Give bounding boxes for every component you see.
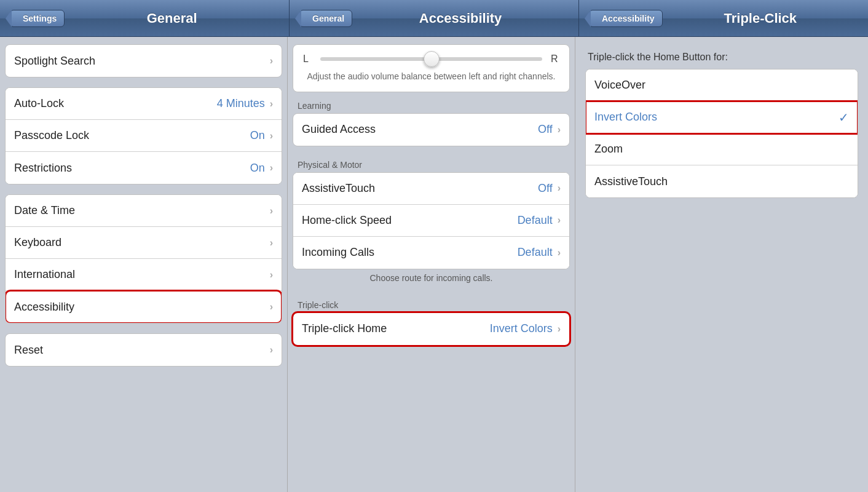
learning-list: Guided Access Off › (293, 113, 570, 146)
checkmark-icon: ✓ (838, 110, 849, 125)
audio-balance-track[interactable] (320, 57, 542, 61)
chevron-icon: › (270, 269, 273, 280)
zoom-option-row[interactable]: Zoom (586, 133, 858, 165)
misc-settings-group: Date & Time › Keyboard › International ›… (5, 194, 282, 323)
incoming-calls-note: Choose route for incoming calls. (293, 269, 570, 287)
header-panel-accessibility: General Accessibility (290, 0, 579, 36)
triple-click-title: Triple-Click (663, 10, 858, 26)
back-to-accessibility-button[interactable]: Accessibility (589, 10, 663, 27)
chevron-icon: › (270, 55, 273, 66)
triple-click-options-list: VoiceOver Invert Colors ✓ Zoom Assistive… (585, 69, 858, 198)
learning-header: Learning (293, 97, 570, 113)
chevron-icon: › (270, 98, 273, 109)
lock-settings-group: Auto-Lock 4 Minutes › Passcode Lock On ›… (5, 87, 282, 184)
invert-colors-option-row[interactable]: Invert Colors ✓ (586, 101, 858, 133)
triple-click-group: Triple-click Triple-click Home Invert Co… (293, 296, 570, 346)
header-panel-general: Settings General (0, 0, 290, 36)
chevron-icon: › (558, 323, 561, 335)
reset-settings-group: Reset › (5, 333, 282, 367)
incoming-calls-row[interactable]: Incoming Calls Default › (293, 237, 569, 269)
voiceover-option-row[interactable]: VoiceOver (586, 69, 858, 101)
restrictions-row[interactable]: Restrictions On › (6, 152, 282, 184)
international-row[interactable]: International › (6, 259, 282, 291)
slider-right-label: R (551, 54, 559, 65)
slider-left-label: L (303, 54, 312, 65)
header-panel-triple-click: Accessibility Triple-Click (579, 0, 868, 36)
slider-thumb[interactable] (424, 51, 440, 67)
chevron-icon: › (270, 344, 273, 355)
date-time-row[interactable]: Date & Time › (6, 195, 282, 227)
spotlight-search-row[interactable]: Spotlight Search › (6, 45, 282, 77)
misc-settings-list: Date & Time › Keyboard › International ›… (5, 194, 282, 323)
chevron-icon: › (270, 237, 273, 248)
left-panel: Spotlight Search › Auto-Lock 4 Minutes ›… (0, 37, 288, 492)
audio-balance-slider-row: L R (303, 54, 559, 65)
assistivetouch-option-row[interactable]: AssistiveTouch (586, 165, 858, 197)
triple-click-right-header: Triple-click the Home Button for: (585, 44, 858, 69)
back-to-general-button[interactable]: General (299, 10, 352, 27)
passcode-lock-row[interactable]: Passcode Lock On › (6, 120, 282, 152)
accessibility-title: Accessibility (352, 10, 569, 26)
chevron-icon: › (270, 205, 273, 216)
auto-lock-row[interactable]: Auto-Lock 4 Minutes › (6, 88, 282, 120)
triple-click-home-row[interactable]: Triple-click Home Invert Colors › (293, 313, 569, 345)
slider-description: Adjust the audio volume balance between … (303, 71, 559, 83)
chevron-icon: › (558, 247, 561, 258)
guided-access-row[interactable]: Guided Access Off › (293, 114, 569, 146)
middle-panel: L R Adjust the audio volume balance betw… (288, 37, 575, 492)
general-title: General (65, 10, 279, 26)
lock-settings-list: Auto-Lock 4 Minutes › Passcode Lock On ›… (5, 87, 282, 184)
app-header: Settings General General Accessibility A… (0, 0, 868, 37)
general-settings-group: Spotlight Search › (5, 44, 282, 77)
keyboard-row[interactable]: Keyboard › (6, 227, 282, 259)
chevron-icon: › (558, 124, 561, 135)
general-settings-list: Spotlight Search › (5, 44, 282, 77)
audio-balance-container: L R Adjust the audio volume balance betw… (293, 44, 570, 92)
triple-click-home-list: Triple-click Home Invert Colors › (293, 312, 570, 346)
learning-group: Learning Guided Access Off › (293, 97, 570, 146)
chevron-icon: › (270, 301, 273, 312)
chevron-icon: › (270, 162, 273, 173)
physical-motor-list: AssistiveTouch Off › Home-click Speed De… (293, 172, 570, 269)
reset-settings-list: Reset › (5, 333, 282, 367)
chevron-icon: › (558, 183, 561, 194)
physical-motor-header: Physical & Motor (293, 156, 570, 172)
accessibility-row[interactable]: Accessibility › (6, 291, 282, 323)
home-click-speed-row[interactable]: Home-click Speed Default › (293, 205, 569, 237)
chevron-icon: › (558, 215, 561, 226)
chevron-icon: › (270, 130, 273, 141)
reset-row[interactable]: Reset › (6, 334, 282, 366)
triple-click-section-header: Triple-click (293, 296, 570, 312)
assistive-touch-row[interactable]: AssistiveTouch Off › (293, 173, 569, 205)
content-area: Spotlight Search › Auto-Lock 4 Minutes ›… (0, 37, 868, 492)
back-to-settings-button[interactable]: Settings (10, 10, 65, 27)
right-panel: Triple-click the Home Button for: VoiceO… (575, 37, 868, 492)
physical-motor-group: Physical & Motor AssistiveTouch Off › Ho… (293, 156, 570, 287)
